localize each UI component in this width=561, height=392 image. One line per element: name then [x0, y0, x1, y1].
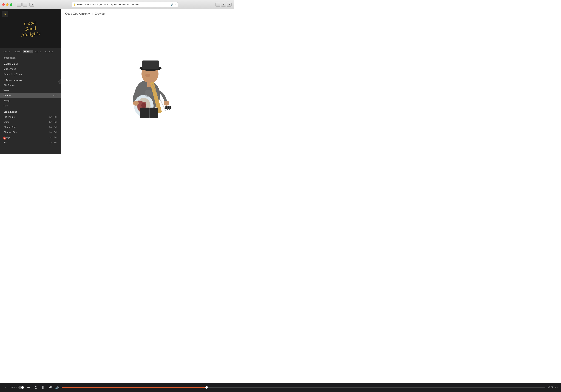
close-button[interactable] [2, 3, 5, 6]
traffic-lights [2, 3, 12, 6]
svg-point-15 [167, 106, 168, 108]
instrument-tabs: GUITAR BASS DRUMS KEYS VOCALS [0, 48, 61, 54]
minimize-button[interactable] [6, 3, 9, 6]
bullet-icon: ● [3, 79, 5, 81]
nav-drum-lessons-header: ● Drum Lessons [0, 77, 61, 83]
album-art: GoodGoodAlmighty [11, 11, 50, 46]
title-separator: | [92, 12, 93, 15]
share-button[interactable]: ↑ [215, 3, 220, 7]
divider-1 [3, 77, 57, 77]
nav-loops-chorus-16ths[interactable]: Chorus 16ths 3/4 | Full [0, 130, 61, 135]
forward-button[interactable]: › [22, 3, 27, 7]
tab-drums[interactable]: DRUMS [23, 50, 33, 53]
musician-svg [123, 54, 172, 118]
tab-vocals[interactable]: VOCALS [43, 50, 55, 53]
maximize-button[interactable] [10, 3, 12, 6]
nav-drums-play-along[interactable]: Drums Play Along [0, 72, 61, 77]
app-icon-container: :// [1, 10, 8, 17]
nav-loops-fills[interactable]: Fills 3/4 | Full [0, 140, 61, 145]
content-header: Good God Almighty | Crowder [61, 9, 234, 18]
svg-point-18 [167, 108, 168, 110]
new-tab-button[interactable]: + [227, 3, 232, 7]
lock-icon: 🔒 [73, 3, 76, 6]
bookmark-icon[interactable]: 🔖 [2, 136, 7, 140]
url-text: worshipartistry.com/songs/cory-asbury/re… [77, 3, 170, 6]
svg-point-20 [133, 101, 139, 106]
nav-fills[interactable]: Fills [0, 103, 61, 108]
svg-point-14 [165, 106, 166, 108]
svg-point-19 [145, 90, 152, 97]
musician-illustration [121, 53, 174, 120]
svg-point-17 [169, 108, 170, 110]
svg-point-4 [145, 73, 150, 77]
album-title-text: GoodGoodAlmighty [20, 20, 41, 38]
content-title: Good God Almighty | Crowder [65, 12, 106, 15]
back-button[interactable]: ‹ [17, 3, 22, 7]
main-content: Good God Almighty | Crowder [61, 9, 234, 154]
nav-drum-loops-header: Drum Loops [0, 109, 61, 114]
sound-icon: 🔊 [171, 3, 173, 6]
nav-introduction[interactable]: Introduction [0, 55, 61, 60]
app-body: :// GoodGoodAlmighty GUITAR BASS DRUMS K… [0, 9, 234, 154]
nav-loops-riff-theme[interactable]: Riff Theme 3/4 | Full [0, 114, 61, 119]
refresh-icon[interactable]: ↻ [175, 3, 176, 6]
tab-guitar[interactable]: GUITAR [2, 50, 13, 53]
nav-riff-theme[interactable]: Riff Theme [0, 83, 61, 88]
svg-point-16 [169, 106, 170, 108]
svg-rect-3 [142, 61, 159, 69]
sidebar-nav: Introduction Master Mixes Music Video Dr… [0, 54, 61, 154]
reader-view-button[interactable]: ⊡ [29, 3, 34, 7]
address-bar[interactable]: 🔒 worshipartistry.com/songs/cory-asbury/… [72, 2, 178, 7]
nav-verse[interactable]: Verse [0, 88, 61, 93]
chrome-right: ↑ ⊞ + [215, 3, 232, 7]
window-chrome: ‹ › ⊡ 🔒 worshipartistry.com/songs/cory-a… [0, 0, 234, 9]
svg-rect-23 [150, 108, 158, 118]
tab-keys[interactable]: KEYS [34, 50, 43, 53]
song-title: Good God Almighty [65, 12, 90, 15]
nav-loops-chorus-8ths[interactable]: Chorus 8ths 3/4 | Full [0, 124, 61, 130]
svg-point-21 [164, 101, 169, 106]
tabs-button[interactable]: ⊞ [221, 3, 226, 7]
tab-bass[interactable]: BASS [13, 50, 22, 53]
nav-loops-bridge[interactable]: Bridge 3/4 | Full [0, 135, 61, 140]
app-icon: :// [2, 10, 8, 17]
album-art-area: GoodGoodAlmighty [0, 9, 61, 48]
sidebar: :// GoodGoodAlmighty GUITAR BASS DRUMS K… [0, 9, 61, 154]
nav-loops-verse[interactable]: Verse 3/4 | Full [0, 119, 61, 124]
svg-rect-22 [140, 108, 149, 118]
video-area[interactable] [61, 18, 234, 154]
nav-bridge[interactable]: Bridge [0, 98, 61, 103]
nav-music-video[interactable]: Music Video [0, 66, 61, 72]
nav-master-mixes-header: Master Mixes [0, 61, 61, 66]
artist-name: Crowder [95, 12, 106, 15]
nav-chorus[interactable]: Chorus 6:51 [0, 93, 61, 98]
address-bar-wrapper: 🔒 worshipartistry.com/songs/cory-asbury/… [36, 2, 214, 7]
nav-buttons: ‹ › [17, 3, 27, 7]
